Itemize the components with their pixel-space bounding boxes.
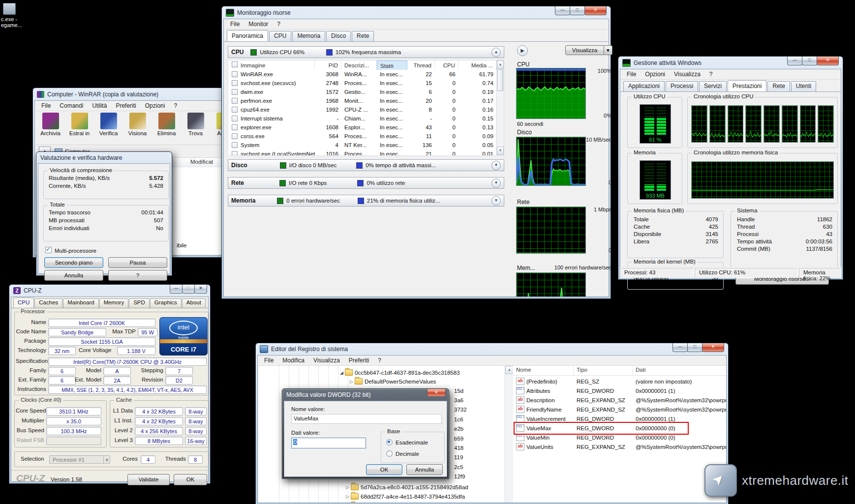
tree-item-fragment[interactable]: 12f9 <box>454 473 465 481</box>
modified-column-header[interactable]: Modificat <box>190 159 213 165</box>
tree-item-guid[interactable]: ▷68dd2f27-a4ce-4e11-8487-3794e4135dfa <box>346 492 465 501</box>
tab-disco[interactable]: Disco <box>326 31 351 41</box>
row-checkbox[interactable] <box>232 142 238 148</box>
view-dropdown-label[interactable]: Visualizza <box>565 45 604 55</box>
winrar-menu-opzioni[interactable]: Opzioni <box>141 102 170 110</box>
row-checkbox[interactable] <box>232 107 238 113</box>
regedit-titlebar[interactable]: Editor del Registro di sistema <box>256 343 728 355</box>
toolbar-trova[interactable]: Trova <box>181 111 210 143</box>
table-row[interactable]: dwm.exe1572Gestio...In esec...600.19 <box>228 88 496 96</box>
toolbar-estraiin[interactable]: Estrai in <box>65 111 94 143</box>
column-header-cpu[interactable]: CPU <box>435 60 458 70</box>
tab-mainboard[interactable]: Mainboard <box>63 298 98 308</box>
winrar-menu-comandi[interactable]: Comandi <box>55 102 88 110</box>
row-checkbox[interactable] <box>232 151 238 156</box>
disk-section-bar[interactable]: Disco I/O disco 0 MB/sec 0% tempo di att… <box>228 159 504 171</box>
help-button[interactable]: ? <box>108 270 167 281</box>
close-button[interactable]: ✕ <box>427 389 446 397</box>
table-row[interactable]: svchost.exe (secsvcs)2748Proces...In ese… <box>228 79 496 88</box>
view-dropdown[interactable]: Visualizza ▾ <box>565 45 612 55</box>
validate-button[interactable]: Validate <box>127 474 170 485</box>
hex-radio[interactable]: Esadecimale <box>381 432 444 445</box>
toolbar-visiona[interactable]: Visiona <box>123 111 152 143</box>
tree-collapsed-icon[interactable]: ▷ <box>350 379 355 384</box>
table-row[interactable]: Interrupt sistema-Chiam...In esec...-00.… <box>228 114 496 123</box>
winrar-menu-?[interactable]: ? <box>169 102 182 110</box>
network-section-bar[interactable]: Rete I/O rete 0 Kbps 0% utilizzo rete ▼ <box>228 177 504 189</box>
close-button[interactable]: ✕ <box>817 57 839 65</box>
column-header-tipo[interactable]: Tipo <box>574 366 633 375</box>
tree-expanded-icon[interactable]: ◢ <box>340 370 345 375</box>
resmon-titlebar[interactable]: Monitoraggio risorse <box>222 6 611 19</box>
value-data-input[interactable]: 0 <box>291 438 366 448</box>
tree-item-fragment[interactable]: 3a6 <box>454 396 463 404</box>
tab-cpu[interactable]: CPU <box>269 31 291 41</box>
tab-applicazioni[interactable]: Applicazioni <box>623 81 665 91</box>
tab-processi[interactable]: Processi <box>666 81 698 91</box>
desktop-icon[interactable]: c.exe - egame... <box>1 3 33 28</box>
pause-button[interactable]: Pausa <box>108 257 167 268</box>
row-checkbox[interactable] <box>232 80 238 86</box>
row-checkbox[interactable] <box>232 124 238 130</box>
tree-collapsed-icon[interactable]: ▷ <box>346 494 351 499</box>
row-checkbox[interactable] <box>232 89 238 95</box>
taskmgr-menu-opzioni[interactable]: Opzioni <box>641 70 670 78</box>
dec-radio[interactable]: Decimale <box>381 445 444 457</box>
background-button[interactable]: Secondo piano <box>44 257 103 268</box>
collapse-chevron-icon[interactable]: ▲ <box>491 48 501 57</box>
tree-item-guid[interactable]: ◢0cc5b647-c1df-4637-891a-dec35c318583 <box>340 368 460 377</box>
minimize-button[interactable]: — <box>672 343 688 352</box>
winrar-titlebar[interactable]: Computer - WinRAR (copia di valutazione) <box>33 88 225 100</box>
table-scrollbar[interactable]: ▲ ▼ <box>496 60 504 155</box>
tree-item-fragment[interactable]: 418 <box>454 444 463 452</box>
regedit-menu-visualizza[interactable]: Visualizza <box>309 356 344 364</box>
checkbox-checked-icon[interactable] <box>45 247 52 253</box>
column-header-dati[interactable]: Dati <box>633 366 726 375</box>
column-header-nome[interactable]: Nome <box>513 366 574 375</box>
tab-panoramica[interactable]: Panoramica <box>227 30 268 41</box>
select-all-checkbox[interactable] <box>232 61 238 67</box>
tree-item-fragment[interactable]: e2b <box>454 425 463 433</box>
row-checkbox[interactable] <box>232 133 238 139</box>
toolbar-archivia[interactable]: Archivia <box>36 111 65 143</box>
tab-prestazioni[interactable]: Prestazioni <box>728 80 766 91</box>
column-header-immagine[interactable]: Immagine <box>228 60 315 70</box>
radio-selected-icon[interactable] <box>386 439 393 445</box>
winrar-menu-preferiti[interactable]: Preferiti <box>111 102 140 110</box>
chevron-down-icon[interactable]: ▾ <box>604 45 612 55</box>
tab-about[interactable]: About <box>182 298 206 308</box>
expand-chevron-icon[interactable]: ▼ <box>491 196 501 206</box>
close-button[interactable]: ✕ <box>584 6 607 15</box>
expand-chevron-icon[interactable]: ▼ <box>491 161 501 170</box>
tab-memory[interactable]: Memory <box>99 298 129 308</box>
processor-select[interactable]: Processor #1▾ <box>49 455 110 464</box>
chevron-down-icon[interactable]: ▾ <box>103 456 110 464</box>
minimize-button[interactable]: — <box>170 285 183 294</box>
registry-value-row[interactable]: ab(Predefinito)REG_SZ(valore non imposta… <box>513 377 726 386</box>
tree-item-fragment[interactable]: 3732 <box>454 406 467 414</box>
cancel-button[interactable]: Annulla <box>406 464 443 475</box>
table-row[interactable]: cpuz64.exe1992CPU-Z ...In esec...800.16 <box>228 105 496 114</box>
column-header-pid[interactable]: PID <box>315 60 341 70</box>
memory-section-bar[interactable]: Memoria 0 errori hardware/sec 21% di mem… <box>228 195 504 207</box>
tab-rete[interactable]: Rete <box>352 31 374 41</box>
table-row[interactable]: WinRAR.exe3068WinRA...In esec...226661.7… <box>228 70 496 79</box>
tab-graphics[interactable]: Graphics <box>150 298 182 308</box>
tab-caches[interactable]: Caches <box>34 298 62 308</box>
table-row[interactable]: svchost.exe (LocalSystemNet...1016Proces… <box>228 149 496 156</box>
tab-rete[interactable]: Rete <box>767 81 790 91</box>
tab-utenti[interactable]: Utenti <box>791 81 816 91</box>
expand-chevron-icon[interactable]: ▼ <box>491 178 501 188</box>
tree-item-fragment[interactable]: 2c5 <box>454 463 463 471</box>
tab-servizi[interactable]: Servizi <box>699 81 727 91</box>
tab-cpu[interactable]: CPU <box>13 297 34 308</box>
scroll-up-button[interactable]: ▲ <box>497 60 504 69</box>
table-row[interactable]: perfmon.exe1968Monit...In esec...2000.17 <box>228 96 496 105</box>
tree-item-fragment[interactable]: 119 <box>454 453 463 462</box>
ok-button[interactable]: OK <box>366 464 402 475</box>
tab-memoria[interactable]: Memoria <box>292 31 325 41</box>
row-checkbox[interactable] <box>232 116 238 121</box>
maximize-button[interactable]: □ <box>182 285 195 294</box>
tree-item-fragment[interactable]: 1c6 <box>454 415 463 423</box>
column-header-descrizi[interactable]: Descrizi... <box>341 60 377 70</box>
